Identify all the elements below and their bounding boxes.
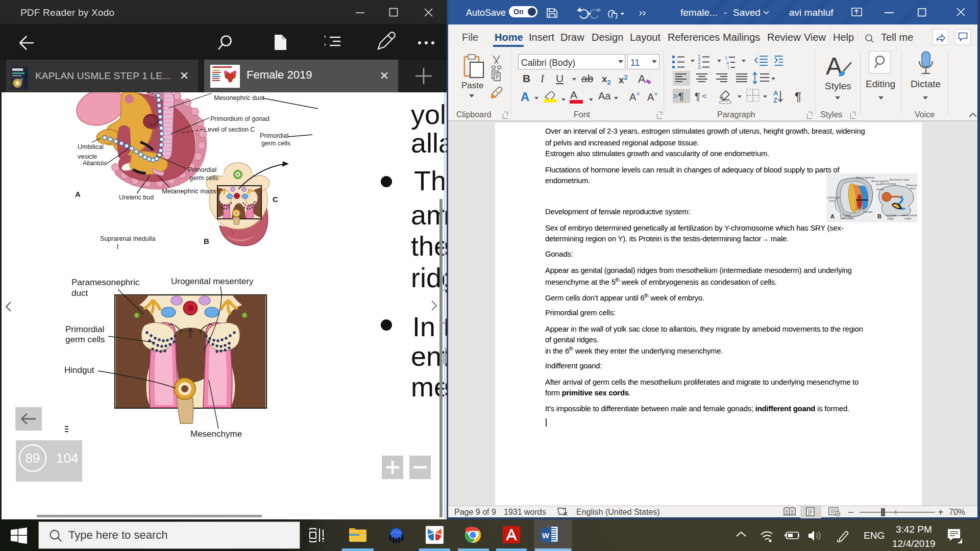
svg-text:104: 104: [56, 450, 78, 466]
svg-text:1: 1: [725, 55, 727, 60]
svg-text:loop: loop: [829, 199, 835, 202]
svg-text:duct: duct: [910, 187, 916, 190]
svg-text:germ cells: germ cells: [189, 174, 218, 182]
svg-text:Allantois: Allantois: [83, 160, 107, 167]
svg-text:¶: ¶: [695, 91, 700, 102]
svg-text:a: a: [726, 60, 729, 65]
svg-text:allan: allan: [411, 128, 447, 158]
svg-text:yolk: yolk: [411, 99, 447, 130]
svg-text:germ cells: germ cells: [261, 140, 290, 147]
svg-text:A: A: [773, 89, 778, 97]
svg-text:C: C: [273, 195, 278, 204]
svg-text:A: A: [830, 213, 835, 219]
svg-text:Umbilical: Umbilical: [78, 143, 104, 151]
svg-text:ridge: ridge: [904, 217, 912, 220]
svg-text:B: B: [877, 213, 881, 219]
svg-text:¶: ¶: [678, 91, 684, 102]
svg-text:Glomerulus: Glomerulus: [880, 182, 896, 185]
svg-text:A: A: [75, 190, 81, 198]
svg-text:>: >: [673, 91, 678, 101]
svg-text:Metanephric mass: Metanephric mass: [162, 187, 216, 195]
svg-text:Paramesonephric: Paramesonephric: [71, 278, 140, 287]
svg-text:The: The: [414, 165, 447, 196]
svg-text:Primordial: Primordial: [188, 166, 216, 173]
svg-text:Gonad: Gonad: [863, 210, 872, 213]
svg-text:B: B: [204, 237, 209, 245]
svg-text:W: W: [542, 531, 550, 540]
svg-text:Mesonephros: Mesonephros: [856, 176, 874, 179]
svg-text:Primordial: Primordial: [260, 132, 288, 139]
svg-text:Urogenital mesentery: Urogenital mesentery: [171, 277, 254, 286]
svg-text:Level of section C: Level of section C: [204, 126, 255, 133]
svg-text:<: <: [702, 91, 707, 101]
svg-text:Mesenchyme: Mesenchyme: [190, 429, 242, 439]
svg-text:Z: Z: [773, 96, 777, 104]
svg-text:Excretory tube: Excretory tube: [890, 178, 910, 181]
svg-text:Ureteric bud: Ureteric bud: [119, 194, 154, 201]
svg-text:ridge: ridge: [887, 217, 894, 220]
svg-text:Mesonephric duct: Mesonephric duct: [214, 94, 264, 102]
svg-text:89: 89: [26, 450, 40, 466]
svg-text:Aorta: Aorta: [876, 188, 884, 191]
svg-text:3: 3: [698, 64, 701, 70]
svg-text:germ cells: germ cells: [65, 335, 105, 344]
svg-text:Primordial: Primordial: [65, 324, 105, 334]
svg-text:Primordium of gonad: Primordium of gonad: [210, 115, 270, 122]
svg-text:mesentery: mesentery: [840, 217, 854, 220]
svg-text:¶: ¶: [795, 90, 801, 104]
svg-text:vesicle: vesicle: [78, 153, 97, 160]
svg-text:Hindgut: Hindgut: [64, 365, 94, 375]
svg-text:Suprarenal medulla: Suprarenal medulla: [100, 235, 155, 242]
svg-text:duct: duct: [71, 288, 88, 298]
